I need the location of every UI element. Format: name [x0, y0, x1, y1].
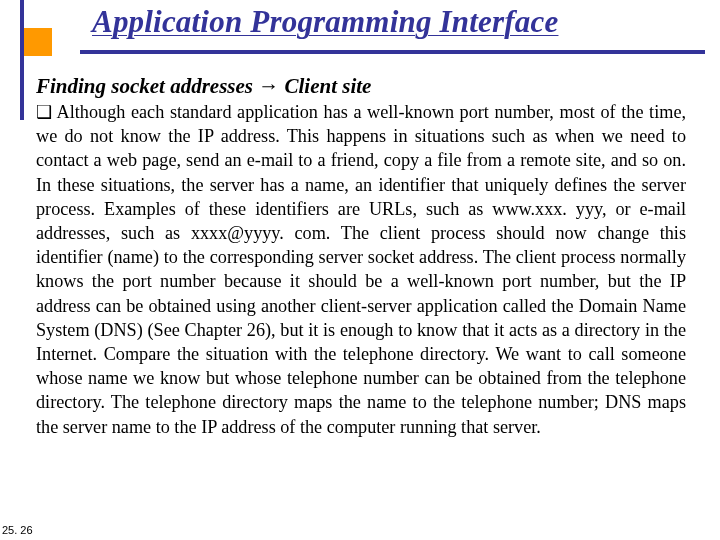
horizontal-rule [80, 50, 705, 54]
arrow-icon: → [258, 74, 279, 97]
slide-title: Application Programming Interface [92, 4, 558, 40]
corner-accent [24, 28, 52, 56]
subtitle-prefix: Finding socket addresses [36, 74, 258, 98]
slide-subtitle: Finding socket addresses → Client site [36, 74, 371, 99]
paragraph-text: Although each standard application has a… [36, 102, 686, 437]
page-number: 25. 26 [2, 524, 33, 536]
vertical-rule [20, 0, 24, 120]
bullet-icon: ❑ [36, 102, 52, 122]
subtitle-suffix: Client site [279, 74, 371, 98]
body-paragraph: ❑ Although each standard application has… [36, 100, 686, 439]
